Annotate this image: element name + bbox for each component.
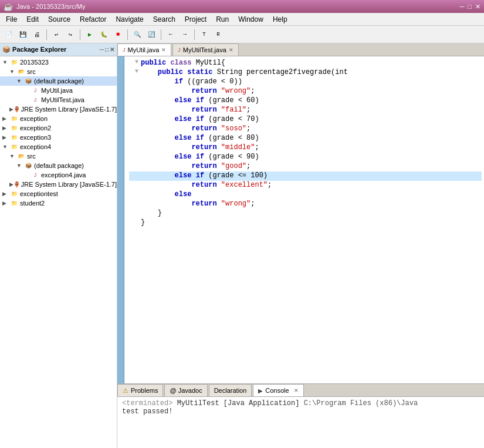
open-type-btn[interactable]: T: [198, 28, 211, 41]
toolbar: 📄 💾 🖨 ↩ ↪ ▶ 🐛 ■ 🔍 🔄 ← → T R: [0, 26, 484, 43]
tab-console[interactable]: ▶ Console ✕: [253, 384, 303, 396]
tree-item-default-pkg[interactable]: ▼ 📦 (default package): [0, 76, 117, 86]
expand-arrow-src[interactable]: ▼: [9, 69, 16, 75]
collapse-1[interactable]: ▼: [129, 59, 138, 65]
explorer-header-btns: ─ □ ✕: [100, 46, 114, 53]
explorer-close-btn[interactable]: ✕: [110, 46, 114, 53]
tree-item-ex4-src[interactable]: ▼ 📂 src: [0, 151, 117, 161]
expand-arrow-exceptiontest[interactable]: ▶: [2, 191, 9, 197]
code-text-11: else if (grade < 90): [141, 153, 482, 161]
code-editor[interactable]: ▼ public class MyUtil{ ▼ public static S…: [117, 56, 484, 383]
tree-label-20135323: 20135323: [20, 59, 49, 66]
menu-refactor[interactable]: Refactor: [75, 13, 111, 25]
menu-file[interactable]: File: [1, 13, 22, 25]
tab-label-myutiltest: MyUtilTest.java: [183, 46, 226, 53]
stop-btn[interactable]: ■: [111, 28, 124, 41]
expand-arrow-default-pkg[interactable]: ▼: [16, 78, 23, 84]
tree-item-20135323[interactable]: ▼ 📁 20135323: [0, 58, 117, 67]
tree-label-myutiltest: MyUtilTest.java: [41, 96, 84, 103]
sep2: [80, 29, 80, 40]
gutter-strip: [117, 56, 124, 383]
project-icon-student2: 📁: [9, 199, 19, 207]
tab-javadoc[interactable]: @ Javadoc: [164, 384, 207, 396]
menu-project[interactable]: Project: [180, 13, 211, 25]
expand-arrow-student2[interactable]: ▶: [2, 200, 9, 206]
menu-navigate[interactable]: Navigate: [111, 13, 148, 25]
open-resource-btn[interactable]: R: [212, 28, 225, 41]
console-icon: ▶: [258, 388, 263, 394]
tree-label-jre: JRE System Library [JavaSE-1.7]: [21, 106, 117, 113]
next-edit-btn[interactable]: →: [178, 28, 191, 41]
menu-source[interactable]: Source: [43, 13, 75, 25]
tree-item-student2[interactable]: ▶ 📁 student2: [0, 198, 117, 208]
menu-search[interactable]: Search: [148, 13, 180, 25]
java-icon-exception4: J: [31, 171, 40, 179]
menu-help[interactable]: Help: [268, 13, 292, 25]
tree-item-jre4[interactable]: ▶ 🏺 JRE System Library [JavaSE-1.7]: [0, 180, 117, 189]
code-text-17: }: [141, 209, 482, 217]
expand-arrow-jre[interactable]: ▶: [9, 106, 13, 112]
expand-arrow-exception4[interactable]: ▼: [2, 144, 9, 150]
print-btn[interactable]: 🖨: [31, 28, 43, 41]
explorer-minimize-btn[interactable]: ─: [100, 46, 104, 53]
tree-label-default-pkg: (default package): [34, 78, 84, 85]
redo-btn[interactable]: ↪: [64, 28, 77, 41]
prev-edit-btn[interactable]: ←: [164, 28, 177, 41]
new-btn[interactable]: 📄: [2, 28, 15, 41]
explorer-maximize-btn[interactable]: □: [105, 46, 109, 53]
tree-item-myutiltest[interactable]: J MyUtilTest.java: [0, 95, 117, 105]
menu-run[interactable]: Run: [211, 13, 233, 25]
code-line-14: return "excellent";: [129, 181, 482, 190]
code-content[interactable]: ▼ public class MyUtil{ ▼ public static S…: [124, 56, 484, 383]
expand-arrow-exception2[interactable]: ▶: [2, 125, 9, 131]
tab-close-console[interactable]: ✕: [294, 388, 299, 393]
menu-edit[interactable]: Edit: [22, 13, 43, 25]
window-title: Java - 20135323/src/My: [16, 3, 85, 10]
tree-item-exception2[interactable]: ▶ 📁 exception2: [0, 123, 117, 133]
debug-btn[interactable]: 🐛: [97, 28, 110, 41]
expand-arrow-ex4-src[interactable]: ▼: [9, 153, 16, 159]
tree-item-exception4java[interactable]: J exception4.java: [0, 170, 117, 180]
menu-window[interactable]: Window: [233, 13, 268, 25]
search-toolbar-btn[interactable]: 🔍: [131, 28, 144, 41]
minimize-btn[interactable]: ─: [460, 3, 465, 11]
tab-declaration[interactable]: Declaration: [209, 384, 252, 396]
run-btn[interactable]: ▶: [83, 28, 96, 41]
expand-arrow-exception[interactable]: ▶: [2, 116, 9, 122]
code-text-12: return "good";: [141, 162, 482, 170]
tree-item-exception[interactable]: ▶ 📁 exception: [0, 114, 117, 123]
code-line-12: return "good";: [129, 162, 482, 171]
tab-label-javadoc: @ Javadoc: [170, 387, 202, 394]
undo-btn[interactable]: ↩: [50, 28, 63, 41]
console-terminated: <terminated>: [122, 399, 177, 407]
tree-item-jre[interactable]: ▶ 🏺 JRE System Library [JavaSE-1.7]: [0, 105, 117, 114]
tab-myutil[interactable]: J MyUtil.java ✕: [117, 43, 171, 56]
tab-myutiltest[interactable]: J MyUtilTest.java ✕: [172, 43, 238, 56]
code-line-6: return "fail";: [129, 106, 482, 115]
save-btn[interactable]: 💾: [16, 28, 29, 41]
tree-item-exceptiontest[interactable]: ▶ 📁 exceptiontest: [0, 189, 117, 198]
tab-close-myutil[interactable]: ✕: [161, 47, 166, 53]
code-line-9: else if (grade < 80): [129, 134, 482, 143]
tree-item-src[interactable]: ▼ 📂 src: [0, 67, 117, 76]
expand-arrow-ex4-default-pkg[interactable]: ▼: [16, 163, 23, 169]
tree-item-ex4-default-pkg[interactable]: ▼ 📦 (default package): [0, 161, 117, 170]
tree-label-ex4-default-pkg: (default package): [34, 162, 84, 169]
close-btn[interactable]: ✕: [475, 3, 480, 11]
expand-arrow-exception3[interactable]: ▶: [2, 134, 9, 140]
app-icon: ☕: [4, 2, 13, 11]
expand-arrow-jre4[interactable]: ▶: [9, 181, 13, 187]
tree-label-exception: exception: [20, 115, 48, 122]
collapse-2[interactable]: ▼: [129, 68, 138, 75]
tree-item-myutil[interactable]: J MyUtil.java: [0, 86, 117, 95]
package-icon-default: 📦: [23, 77, 33, 85]
tab-problems[interactable]: ⚠ Problems: [117, 384, 163, 396]
tree-item-exception4[interactable]: ▼ 📁 exception4: [0, 142, 117, 151]
main-area: 📦 Package Explorer ─ □ ✕ ▼ 📁 20135323 ▼ …: [0, 43, 484, 448]
tree-label-exception4java: exception4.java: [41, 171, 86, 178]
expand-arrow-20135323[interactable]: ▼: [2, 59, 9, 65]
refresh-btn[interactable]: 🔄: [145, 28, 158, 41]
maximize-btn[interactable]: □: [468, 3, 472, 11]
tree-item-exception3[interactable]: ▶ 📁 exception3: [0, 133, 117, 142]
tab-close-myutiltest[interactable]: ✕: [229, 47, 233, 53]
